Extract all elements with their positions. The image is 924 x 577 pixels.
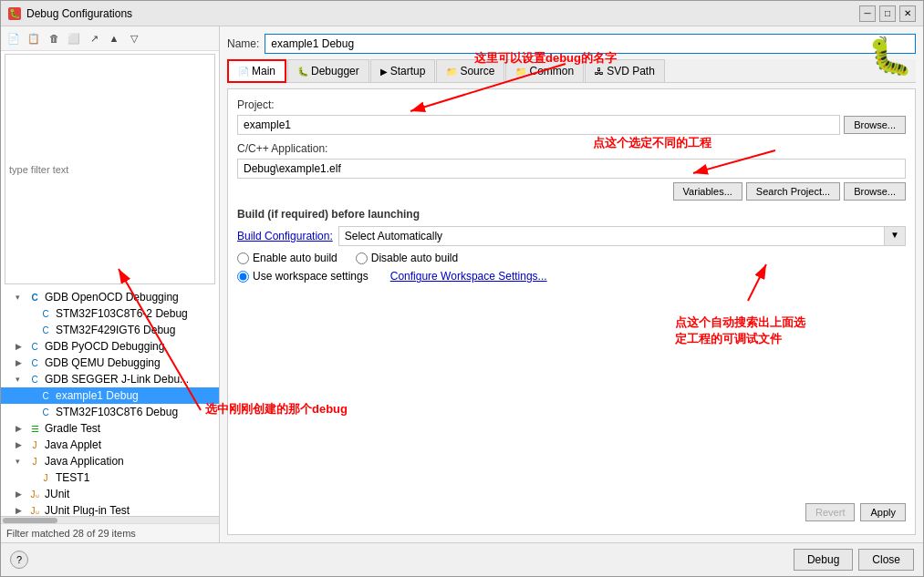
maximize-button[interactable]: □ xyxy=(879,5,896,22)
item-icon: C xyxy=(39,307,52,320)
item-icon: ☰ xyxy=(28,422,41,435)
left-toolbar: 📄 📋 🗑 ⬜ ↗ ▲ ▽ xyxy=(1,26,219,51)
variables-button[interactable]: Variables... xyxy=(673,182,742,201)
filter-input[interactable] xyxy=(5,54,215,284)
build-config-dropdown-arrow[interactable]: ▼ xyxy=(884,227,905,245)
export-button[interactable]: ↗ xyxy=(85,29,103,47)
delete-button[interactable]: 🗑 xyxy=(45,29,63,47)
expand-icon: ▾ xyxy=(16,457,25,466)
tree-item-java-application[interactable]: ▾ J Java Application xyxy=(1,453,219,469)
item-icon: C xyxy=(28,373,41,386)
tab-main[interactable]: 📄 Main xyxy=(227,59,286,83)
footer-left: ? xyxy=(10,551,28,569)
tab-startup-label: Startup xyxy=(390,65,426,77)
tree-item-stm32f103-c8t6[interactable]: C STM32F103C8T6 Debug xyxy=(1,404,219,420)
item-label: GDB SEGGER J-Link Debu... xyxy=(45,373,189,386)
radio-group-workspace: Use workspace settings Configure Workspa… xyxy=(237,270,906,283)
tab-content-main: Project: Browse... C/C++ Application: xyxy=(227,88,916,535)
configure-workspace-link[interactable]: Configure Workspace Settings... xyxy=(390,270,547,283)
close-button[interactable]: Close xyxy=(858,549,914,571)
tree-item-java-applet[interactable]: ▶ J Java Applet xyxy=(1,437,219,453)
tree-item-gdb-segger[interactable]: ▾ C GDB SEGGER J-Link Debu... xyxy=(1,371,219,387)
filter-status: Filter matched 28 of 29 items xyxy=(1,523,219,542)
tree-item-gradle[interactable]: ▶ ☰ Gradle Test xyxy=(1,420,219,437)
tab-source-label: Source xyxy=(460,65,494,77)
debug-configurations-window: 🐛 Debug Configurations ─ □ ✕ 📄 📋 🗑 ⬜ ↗ ▲ xyxy=(0,0,924,577)
item-icon: C xyxy=(39,389,52,402)
item-icon: C xyxy=(39,406,52,418)
collapse-button[interactable]: ▲ xyxy=(105,29,123,47)
close-window-button[interactable]: ✕ xyxy=(899,5,916,22)
filter-button[interactable]: ⬜ xyxy=(65,29,83,47)
expand-icon: ▶ xyxy=(16,506,25,515)
radio-group-build: Enable auto build Disable auto build xyxy=(237,252,906,264)
name-input[interactable] xyxy=(265,34,916,54)
expand-icon: ▶ xyxy=(16,424,25,433)
debug-button[interactable]: Debug xyxy=(794,549,853,571)
build-config-row: Build Configuration: ▼ xyxy=(237,226,906,246)
item-icon: Jᵤ xyxy=(28,504,41,516)
tab-startup[interactable]: ▶ Startup xyxy=(370,59,436,82)
enable-auto-build-radio[interactable] xyxy=(237,252,249,264)
tree-item-test1[interactable]: J TEST1 xyxy=(1,469,219,486)
tree-item-stm32f429[interactable]: C STM32F429IGT6 Debug xyxy=(1,322,219,338)
build-section: Build (if required) before launching Bui… xyxy=(237,208,906,283)
tab-source[interactable]: 📁 Source xyxy=(436,59,504,82)
tree-item-junit[interactable]: ▶ Jᵤ JUnit xyxy=(1,486,219,502)
item-icon: J xyxy=(39,471,52,484)
disable-auto-build-option[interactable]: Disable auto build xyxy=(356,252,458,264)
new-config-button[interactable]: 📄 xyxy=(5,29,23,47)
tree-item-example1-debug[interactable]: C example1 Debug xyxy=(1,387,219,404)
debugger-tab-icon: 🐛 xyxy=(297,67,308,77)
cpp-app-row xyxy=(237,159,906,179)
project-browse-button[interactable]: Browse... xyxy=(844,116,906,134)
tree-item-gdb-pyocd[interactable]: ▶ C GDB PyOCD Debugging xyxy=(1,338,219,355)
window-controls: ─ □ ✕ xyxy=(859,5,916,22)
tab-common-label: Common xyxy=(529,65,574,77)
tree-item-gdb-qemu[interactable]: ▶ C GDB QEMU Debugging xyxy=(1,355,219,371)
main-content: 📄 📋 🗑 ⬜ ↗ ▲ ▽ ▾ C GDB OpenOCD Debugging xyxy=(1,26,923,542)
item-icon: C xyxy=(28,340,41,353)
enable-auto-build-option[interactable]: Enable auto build xyxy=(237,252,337,264)
expand-icon: ▶ xyxy=(16,440,25,449)
item-label: STM32F429IGT6 Debug xyxy=(56,324,175,336)
minimize-button[interactable]: ─ xyxy=(859,5,876,22)
build-config-link[interactable]: Build Configuration: xyxy=(237,230,333,242)
tree-item-junit-plugin[interactable]: ▶ Jᵤ JUnit Plug-in Test xyxy=(1,502,219,516)
item-label: GDB PyOCD Debugging xyxy=(45,340,164,353)
use-workspace-option[interactable]: Use workspace settings xyxy=(237,270,369,283)
expand-icon: ▶ xyxy=(16,489,25,499)
item-icon: C xyxy=(28,356,41,369)
disable-auto-build-radio[interactable] xyxy=(356,252,368,264)
horizontal-scrollbar[interactable] xyxy=(1,516,219,523)
tab-debugger[interactable]: 🐛 Debugger xyxy=(287,59,369,82)
footer-right: Debug Close xyxy=(794,549,914,571)
project-input[interactable] xyxy=(237,115,840,135)
item-label: GDB OpenOCD Debugging xyxy=(45,291,179,304)
tab-svd-path[interactable]: 🖧 SVD Path xyxy=(585,59,665,82)
enable-auto-build-label: Enable auto build xyxy=(253,252,337,264)
duplicate-button[interactable]: 📋 xyxy=(25,29,43,47)
expand-button[interactable]: ▽ xyxy=(125,29,143,47)
tree-item-gdb-openocd[interactable]: ▾ C GDB OpenOCD Debugging xyxy=(1,289,219,305)
cpp-browse-button[interactable]: Browse... xyxy=(844,182,906,201)
use-workspace-radio[interactable] xyxy=(237,271,249,283)
window-title: Debug Configurations xyxy=(26,7,132,20)
item-label: Java Application xyxy=(45,455,124,468)
svd-tab-icon: 🖧 xyxy=(595,67,604,77)
item-label: Java Applet xyxy=(45,438,101,451)
apply-button[interactable]: Apply xyxy=(860,503,906,521)
tree-item-stm32f103-2[interactable]: C STM32F103C8T6-2 Debug xyxy=(1,305,219,322)
cpp-app-buttons: Variables... Search Project... Browse... xyxy=(237,182,906,201)
item-icon: C xyxy=(39,324,52,336)
tab-common[interactable]: 📁 Common xyxy=(505,59,584,82)
build-config-input[interactable] xyxy=(339,227,884,245)
expand-icon: ▾ xyxy=(16,375,25,384)
revert-button[interactable]: Revert xyxy=(805,503,855,521)
common-tab-icon: 📁 xyxy=(515,67,526,77)
item-label: TEST1 xyxy=(56,471,89,484)
search-project-button[interactable]: Search Project... xyxy=(746,182,840,201)
cpp-app-input[interactable] xyxy=(237,159,906,179)
help-button[interactable]: ? xyxy=(10,551,28,569)
item-icon: J xyxy=(28,438,41,451)
